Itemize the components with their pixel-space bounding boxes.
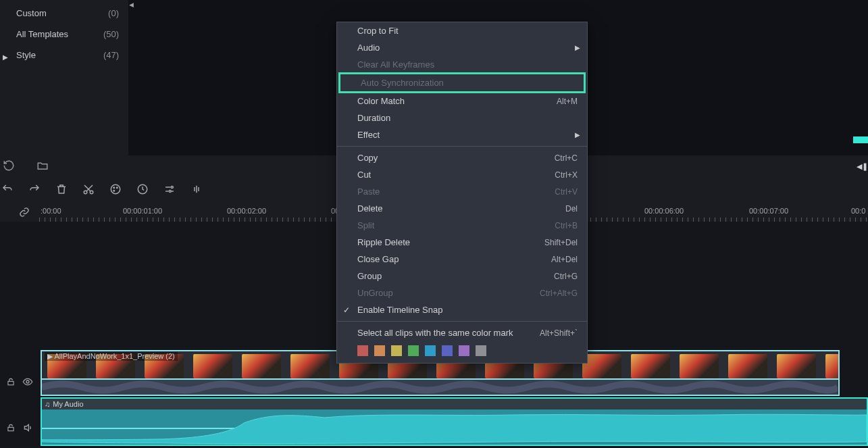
- audio-clip[interactable]: ♫ My Audio: [41, 397, 868, 446]
- audio-clip-header: ♫ My Audio: [42, 399, 867, 409]
- color-swatch[interactable]: [357, 345, 368, 356]
- menu-item-crop-to-fit[interactable]: Crop to Fit: [337, 22, 587, 39]
- submenu-arrow-icon: ▶: [575, 44, 580, 51]
- menu-label: Enable Timeline Snap: [357, 305, 442, 315]
- speed-icon[interactable]: [136, 183, 149, 195]
- color-swatch[interactable]: [442, 345, 453, 356]
- menu-shortcut: Ctrl+Alt+G: [540, 289, 578, 298]
- ruler-tick: 00:00:02:00: [227, 207, 266, 215]
- eye-icon[interactable]: [22, 376, 33, 387]
- lock-icon[interactable]: [6, 377, 16, 387]
- menu-label: Effect: [357, 130, 380, 140]
- delete-icon[interactable]: [55, 183, 68, 195]
- video-track-head: [0, 367, 39, 397]
- speaker-icon[interactable]: [22, 422, 33, 433]
- menu-label: Select all clips with the same color mar…: [357, 328, 513, 338]
- menu-item-split: SplitCtrl+B: [337, 217, 587, 234]
- thumbnail: [777, 354, 816, 378]
- menu-item-duration[interactable]: Duration: [337, 109, 587, 126]
- menu-separator: [337, 146, 587, 147]
- ruler-tick: 00:00:07:00: [749, 207, 788, 215]
- waveform-icon: [42, 380, 838, 395]
- color-swatch[interactable]: [408, 345, 419, 356]
- sidebar-item-label: Custom: [16, 8, 47, 18]
- menu-shortcut: Del: [565, 204, 578, 214]
- svg-point-7: [171, 186, 173, 189]
- menu-label: Color Match: [357, 96, 405, 106]
- menu-item-group[interactable]: GroupCtrl+G: [337, 268, 587, 284]
- thumbnail: [193, 354, 232, 378]
- expand-icon[interactable]: ▶: [3, 53, 8, 61]
- audio-track-head: [0, 413, 39, 443]
- menu-label: Ripple Delete: [357, 237, 410, 247]
- menu-item-enable-timeline-snap[interactable]: ✓Enable Timeline Snap: [337, 301, 587, 318]
- menu-item-close-gap[interactable]: Close GapAlt+Del: [337, 251, 587, 268]
- menu-item-color-match[interactable]: Color MatchAlt+M: [337, 93, 587, 109]
- menu-label: Clear All Keyframes: [357, 59, 434, 70]
- svg-point-2: [111, 184, 120, 194]
- lock-icon[interactable]: [6, 423, 16, 432]
- thumbnail: [582, 354, 621, 378]
- color-swatch[interactable]: [476, 345, 486, 356]
- thumbnail: [728, 354, 767, 378]
- menu-item-copy[interactable]: CopyCtrl+C: [337, 149, 587, 166]
- sidebar-item-custom[interactable]: Custom (0): [0, 3, 128, 24]
- color-swatch[interactable]: [374, 345, 385, 356]
- menu-item-audio[interactable]: Audio▶: [337, 39, 587, 56]
- thumbnail: [825, 354, 840, 378]
- thumbnail: [290, 354, 330, 378]
- menu-label: UnGroup: [357, 288, 393, 298]
- sidebar-item-style[interactable]: Style (47): [0, 45, 128, 66]
- audio-clip-label: My Audio: [53, 400, 83, 408]
- audio-wave-icon[interactable]: [190, 183, 203, 195]
- menu-shortcut: Shift+Del: [544, 238, 578, 247]
- menu-separator: [337, 321, 587, 322]
- redo-icon[interactable]: [28, 183, 41, 195]
- menu-shortcut: Ctrl+C: [555, 153, 578, 163]
- cut-icon[interactable]: [82, 183, 95, 195]
- panel-expand-icon[interactable]: ◀❚: [857, 162, 868, 171]
- menu-item-effect[interactable]: Effect▶: [337, 126, 587, 143]
- menu-label: Cut: [357, 170, 371, 180]
- folder-icon[interactable]: [36, 159, 49, 172]
- template-sidebar: Custom (0) All Templates (50) Style (47): [0, 0, 128, 155]
- menu-label: Crop to Fit: [357, 26, 399, 36]
- menu-item-ungroup: UnGroupCtrl+Alt+G: [337, 284, 587, 301]
- menu-item-cut[interactable]: CutCtrl+X: [337, 166, 587, 183]
- menu-item-delete[interactable]: DeleteDel: [337, 200, 587, 217]
- sidebar-bottom-tools: [0, 159, 49, 172]
- marker-icon: [853, 136, 868, 143]
- panel-collapse-icon[interactable]: ◀: [129, 1, 133, 16]
- sidebar-item-count: (47): [103, 50, 119, 60]
- ruler-tick: 00:00:06:00: [644, 207, 684, 215]
- color-swatch[interactable]: [459, 345, 469, 356]
- ruler-tick: :00:00: [41, 207, 61, 215]
- menu-label: Delete: [357, 203, 383, 214]
- menu-label: Audio: [357, 43, 380, 53]
- color-swatch[interactable]: [425, 345, 436, 356]
- svg-rect-11: [8, 427, 14, 430]
- sidebar-item-label: Style: [16, 50, 36, 60]
- sidebar-item-label: All Templates: [16, 29, 68, 39]
- refresh-icon[interactable]: [3, 159, 15, 172]
- check-icon: ✓: [343, 305, 350, 315]
- menu-item-clear-all-keyframes: Clear All Keyframes: [337, 56, 587, 73]
- video-clip-audio-lane[interactable]: [41, 380, 840, 396]
- link-icon[interactable]: [19, 207, 34, 218]
- svg-rect-9: [8, 381, 14, 384]
- video-clip-label: ▶ AllPlayAndNoWork_1x1_Preview (2): [45, 352, 178, 361]
- svg-point-8: [169, 191, 171, 193]
- undo-icon[interactable]: [1, 183, 14, 195]
- context-menu: Crop to FitAudio▶Clear All KeyframesAuto…: [336, 22, 588, 364]
- menu-select-same-color[interactable]: Select all clips with the same color mar…: [337, 324, 587, 341]
- menu-shortcut: Ctrl+B: [555, 221, 578, 230]
- sidebar-item-all-templates[interactable]: All Templates (50): [0, 24, 128, 45]
- menu-item-ripple-delete[interactable]: Ripple DeleteShift+Del: [337, 234, 587, 251]
- color-swatch[interactable]: [391, 345, 402, 356]
- sidebar-item-count: (0): [108, 8, 119, 18]
- adjust-icon[interactable]: [163, 183, 176, 195]
- color-swatch-row: [337, 341, 587, 363]
- palette-icon[interactable]: [109, 183, 122, 195]
- svg-point-10: [26, 380, 29, 383]
- menu-shortcut: Alt+M: [557, 97, 578, 106]
